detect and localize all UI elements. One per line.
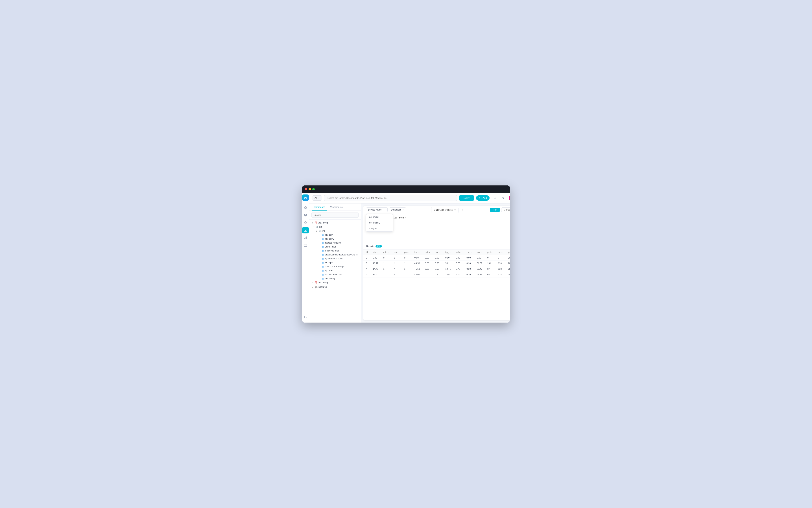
- sidebar-item-settings[interactable]: [302, 219, 309, 226]
- tree-node-sys-sub[interactable]: ▶ ⊞ sys: [309, 229, 361, 233]
- table-cell: 10.41: [443, 266, 453, 272]
- table-cell: 138: [495, 261, 505, 266]
- tree-node-in-copy[interactable]: ▶ ▦ IN_copy: [309, 261, 361, 265]
- main-content: All Search Add: [309, 193, 510, 323]
- tree-node-postgres[interactable]: ▶ 🐘 postgres: [309, 285, 361, 289]
- tree-search-input[interactable]: [312, 213, 359, 218]
- tree-label: Demo_data: [325, 246, 336, 248]
- col-header: stor...: [392, 250, 402, 255]
- add-button[interactable]: Add: [476, 195, 490, 201]
- col-header: tolls...: [453, 250, 464, 255]
- table-cell: 0.00: [422, 266, 432, 272]
- table-cell: 0.50: [432, 272, 443, 278]
- sidebar-item-logout[interactable]: [302, 314, 309, 321]
- table-icon: ▦: [322, 246, 324, 248]
- settings-button[interactable]: [500, 195, 506, 201]
- avatar[interactable]: A: [509, 195, 510, 201]
- table-icon: ▦: [322, 250, 324, 252]
- tree-label: employee_data: [325, 250, 339, 252]
- svg-rect-8: [305, 237, 306, 239]
- tree-label: postgres: [319, 286, 327, 288]
- chevron-right-icon: ▶: [316, 230, 318, 232]
- run-button[interactable]: Run: [490, 208, 500, 212]
- tab-label: UNTITLED_STREAM: [434, 209, 453, 211]
- close-dot[interactable]: [305, 188, 307, 190]
- titlebar: [302, 185, 510, 193]
- col-header: dro...: [495, 250, 505, 255]
- cancel-button[interactable]: Cancel: [501, 207, 510, 212]
- table-cell: 1: [402, 272, 412, 278]
- dropdown-item-postgres[interactable]: postgres: [366, 226, 393, 231]
- results-table-wrap: Idtrip...rate...stor...pay...fare...extr…: [363, 250, 510, 278]
- app-logo: [302, 195, 309, 201]
- icon-sidebar: [302, 193, 309, 323]
- tree-node-test-mysql[interactable]: ▼ 🗄 test_mysql: [309, 221, 361, 225]
- tree-node-hypermarket[interactable]: ▶ ▦ hypermarket_sales: [309, 257, 361, 261]
- table-cell: 0: [485, 255, 495, 261]
- chevron-right-icon: ▶: [312, 282, 314, 284]
- topbar-actions: Add A: [476, 195, 510, 201]
- results-area: Results 100 Idtrip...rate...stor...pay..…: [363, 243, 510, 321]
- tab-close-icon[interactable]: ✕: [454, 209, 456, 211]
- svg-point-12: [503, 198, 504, 199]
- table-cell: 0.50: [432, 261, 443, 266]
- table-cell: 0.00: [370, 255, 381, 261]
- postgres-icon: 🐘: [315, 286, 318, 289]
- tree-node-demo-data[interactable]: ▶ ▦ Demo_data: [309, 245, 361, 249]
- tree-node-sys[interactable]: ▼ ⊟ sys: [309, 225, 361, 229]
- service-name-dropdown[interactable]: Service Name: [366, 207, 388, 212]
- table-row: 511.601N142.000.000.5014.575.760.3063.13…: [363, 272, 510, 278]
- tab-databases[interactable]: Databases: [312, 204, 327, 211]
- tree-node-marine[interactable]: ▶ ▦ Marine_CSV_sample: [309, 265, 361, 268]
- tree-search: [309, 211, 361, 219]
- search-input[interactable]: [324, 195, 457, 201]
- table-cell: 45.50: [412, 266, 422, 272]
- filter-all-button[interactable]: All: [313, 195, 322, 201]
- results-header: Results 100: [363, 243, 510, 250]
- sidebar-item-database[interactable]: [302, 212, 309, 218]
- minimize-dot[interactable]: [309, 188, 311, 190]
- query-tab[interactable]: UNTITLED_STREAM ✕: [431, 207, 458, 213]
- table-row: 316.971N149.500.000.505.615.760.3061.672…: [363, 261, 510, 266]
- tree-node-dataset-amazon[interactable]: ▶ ▦ dataset_Amazon: [309, 241, 361, 245]
- topbar: All Search Add: [309, 193, 510, 204]
- sidebar-item-dashboard[interactable]: [302, 204, 309, 211]
- table-cell: 0.00: [422, 255, 432, 261]
- tree-node-employee-data[interactable]: ▶ ▦ employee_data: [309, 249, 361, 253]
- table-icon: ▦: [322, 234, 324, 236]
- tree-label: dataset_Amazon: [325, 242, 341, 244]
- databases-dropdown[interactable]: Databases: [389, 207, 406, 212]
- add-tab-button[interactable]: +: [460, 207, 465, 212]
- tree-node-product-test[interactable]: ▶ ▦ Product_test_data: [309, 272, 361, 277]
- notifications-button[interactable]: [492, 195, 498, 201]
- content-area: Databases Worksheets ▼ 🗄 test_mysql: [309, 204, 510, 323]
- tree-node-sys-config[interactable]: ▶ ▦ sys_config: [309, 277, 361, 281]
- tree-node-city-dayL[interactable]: ▶ ▦ city_dayL: [309, 237, 361, 241]
- svg-point-4: [304, 214, 307, 215]
- table-icon: ▦: [322, 269, 324, 272]
- tree-node-nyc-taxi[interactable]: ▶ ▦ nyc_taxi: [309, 268, 361, 272]
- tab-worksheets[interactable]: Worksheets: [328, 204, 344, 211]
- maximize-dot[interactable]: [312, 188, 315, 190]
- dropdown-item-test-mysql[interactable]: test_mysql: [366, 214, 393, 220]
- search-button[interactable]: Search: [459, 195, 474, 201]
- schema-icon: ⊟: [316, 226, 318, 228]
- sidebar-item-query[interactable]: [302, 227, 309, 234]
- table-cell: 0.00: [474, 255, 485, 261]
- tree-node-global-land[interactable]: ▶ ▦ GlobalLandTemperaturesByCity_fi: [309, 253, 361, 257]
- table-cell: 1: [381, 261, 392, 266]
- tree-node-city-day[interactable]: ▶ ▦ city_day: [309, 233, 361, 237]
- dropdown-item-test-mysql2[interactable]: test_mysql2: [366, 220, 393, 226]
- table-cell: 0: [495, 255, 505, 261]
- tree-node-test-mysql2[interactable]: ▶ 🗄 test_mysql2: [309, 281, 361, 285]
- col-header: trip...: [370, 250, 381, 255]
- table-cell: 5.76: [453, 266, 464, 272]
- sidebar-item-library[interactable]: [302, 242, 309, 249]
- table-cell: 1: [402, 261, 412, 266]
- table-cell: 201...: [505, 266, 510, 272]
- svg-rect-3: [306, 208, 307, 209]
- table-icon: ▦: [322, 261, 324, 264]
- sidebar-item-chart[interactable]: [302, 235, 309, 241]
- editor-area: Service Name Databases: [363, 206, 510, 321]
- table-cell: 61.67: [474, 261, 485, 266]
